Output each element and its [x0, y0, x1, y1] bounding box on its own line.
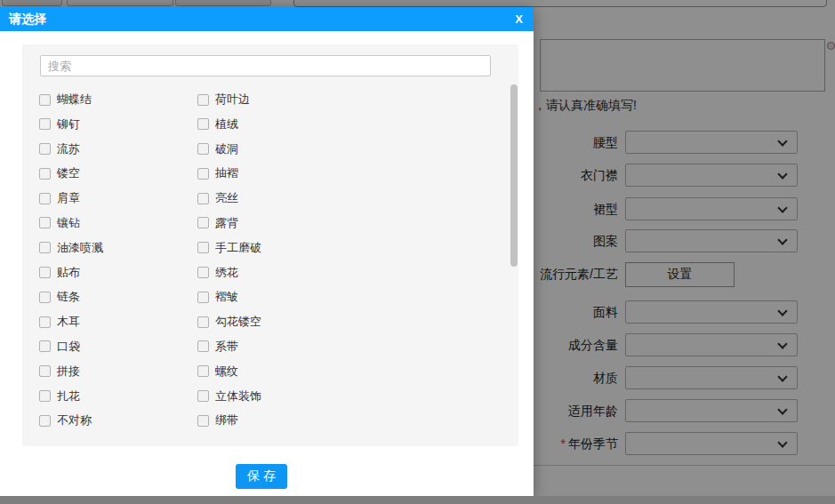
option-item[interactable]: 绑带 [197, 413, 393, 428]
option-item[interactable]: 植绒 [197, 117, 393, 132]
option-item[interactable]: 螺纹 [197, 364, 393, 379]
option-item[interactable]: 荷叶边 [197, 92, 393, 107]
option-label: 绑带 [215, 414, 238, 427]
option-item[interactable]: 肩章 [39, 191, 197, 205]
option-label: 褶皱 [215, 291, 238, 303]
option-label: 勾花镂空 [215, 316, 261, 328]
search-input[interactable] [40, 55, 491, 76]
option-label: 荷叶边 [215, 93, 250, 106]
option-item[interactable]: 镂空 [39, 166, 197, 180]
checkbox-icon[interactable] [197, 267, 209, 278]
option-label: 亮丝 [215, 192, 238, 204]
option-label: 抽褶 [215, 167, 238, 180]
option-item[interactable]: 口袋 [39, 340, 197, 354]
checkbox-icon[interactable] [197, 340, 209, 352]
checkbox-icon[interactable] [39, 316, 51, 328]
option-label: 口袋 [57, 340, 80, 353]
checkbox-icon[interactable] [197, 242, 209, 253]
checkbox-icon[interactable] [39, 143, 51, 155]
option-item[interactable]: 露背 [197, 216, 393, 230]
checkbox-icon[interactable] [197, 143, 209, 155]
checkbox-icon[interactable] [39, 118, 51, 130]
option-item[interactable]: 亮丝 [197, 191, 393, 205]
option-item[interactable]: 链条 [39, 290, 197, 304]
option-item[interactable]: 木耳 [39, 315, 197, 329]
checkbox-icon[interactable] [39, 292, 51, 303]
option-item[interactable]: 立体装饰 [197, 389, 393, 404]
option-item[interactable]: 拼接 [39, 364, 197, 379]
option-label: 镂空 [57, 167, 80, 180]
checkbox-icon[interactable] [39, 94, 51, 106]
option-item[interactable]: 扎花 [39, 389, 197, 404]
option-label: 蝴蝶结 [57, 93, 92, 106]
option-item[interactable]: 铆钉 [39, 117, 197, 132]
option-item[interactable]: 系带 [197, 340, 393, 354]
option-label: 链条 [57, 291, 80, 303]
option-label: 贴布 [57, 267, 80, 279]
close-icon[interactable]: X [515, 12, 523, 27]
checkbox-icon[interactable] [197, 168, 209, 180]
option-label: 螺纹 [215, 365, 238, 378]
option-label: 破洞 [215, 143, 238, 156]
checkbox-icon[interactable] [197, 316, 209, 328]
option-label: 扎花 [57, 390, 80, 403]
options-panel: 蝴蝶结荷叶边铆钉植绒流苏破洞镂空抽褶肩章亮丝镶钻露背油漆喷溅手工磨破贴布绣花链条… [22, 44, 518, 446]
option-label: 立体装饰 [215, 390, 261, 403]
option-item[interactable]: 镶钻 [39, 216, 197, 230]
option-label: 不对称 [57, 414, 92, 427]
checkbox-icon[interactable] [39, 168, 51, 180]
screen: ，请认真准确填写! 腰型衣门襟裙型图案流行元素/工艺设置面料成分含量材质适用年龄… [0, 0, 835, 504]
option-item[interactable]: 绣花 [197, 266, 393, 280]
checkbox-icon[interactable] [197, 217, 209, 228]
option-label: 拼接 [57, 365, 80, 378]
option-label: 手工磨破 [215, 242, 261, 254]
option-item[interactable]: 勾花镂空 [197, 315, 393, 329]
checkbox-icon[interactable] [197, 94, 209, 106]
option-label: 绣花 [215, 267, 238, 279]
option-grid: 蝴蝶结荷叶边铆钉植绒流苏破洞镂空抽褶肩章亮丝镶钻露背油漆喷溅手工磨破贴布绣花链条… [39, 92, 393, 438]
option-label: 木耳 [57, 316, 80, 328]
checkbox-icon[interactable] [39, 415, 51, 427]
checkbox-icon[interactable] [39, 242, 51, 253]
option-label: 铆钉 [57, 118, 80, 131]
checkbox-icon[interactable] [39, 365, 51, 377]
option-label: 流苏 [57, 143, 80, 156]
checkbox-icon[interactable] [39, 390, 51, 402]
option-item[interactable]: 流苏 [39, 142, 197, 156]
option-item[interactable]: 蝴蝶结 [39, 92, 197, 107]
modal-header: 请选择 X [0, 7, 534, 31]
save-button[interactable]: 保 存 [236, 464, 287, 489]
checkbox-icon[interactable] [197, 292, 209, 303]
option-label: 系带 [215, 340, 238, 353]
option-item[interactable]: 手工磨破 [197, 241, 393, 255]
option-item[interactable]: 不对称 [39, 413, 197, 428]
checkbox-icon[interactable] [197, 365, 209, 377]
checkbox-icon[interactable] [197, 415, 209, 427]
option-item[interactable]: 抽褶 [197, 166, 393, 180]
option-item[interactable]: 破洞 [197, 142, 393, 156]
option-item[interactable]: 油漆喷溅 [39, 241, 197, 255]
option-item[interactable]: 贴布 [39, 266, 197, 280]
option-item[interactable]: 褶皱 [197, 290, 393, 304]
checkbox-icon[interactable] [197, 390, 209, 402]
checkbox-icon[interactable] [39, 340, 51, 352]
option-label: 植绒 [215, 118, 238, 131]
checkbox-icon[interactable] [197, 193, 209, 204]
checkbox-icon[interactable] [39, 217, 51, 228]
option-label: 镶钻 [57, 217, 80, 229]
checkbox-icon[interactable] [39, 267, 51, 278]
option-label: 油漆喷溅 [57, 242, 103, 254]
option-label: 露背 [215, 217, 238, 229]
scrollbar-thumb[interactable] [510, 84, 518, 267]
modal-title: 请选择 [0, 12, 46, 28]
bottom-scrollbar[interactable] [0, 496, 835, 504]
option-label: 肩章 [57, 192, 80, 204]
modal-dialog: 请选择 X 蝴蝶结荷叶边铆钉植绒流苏破洞镂空抽褶肩章亮丝镶钻露背油漆喷溅手工磨破… [0, 7, 534, 496]
checkbox-icon[interactable] [39, 193, 51, 204]
checkbox-icon[interactable] [197, 118, 209, 130]
